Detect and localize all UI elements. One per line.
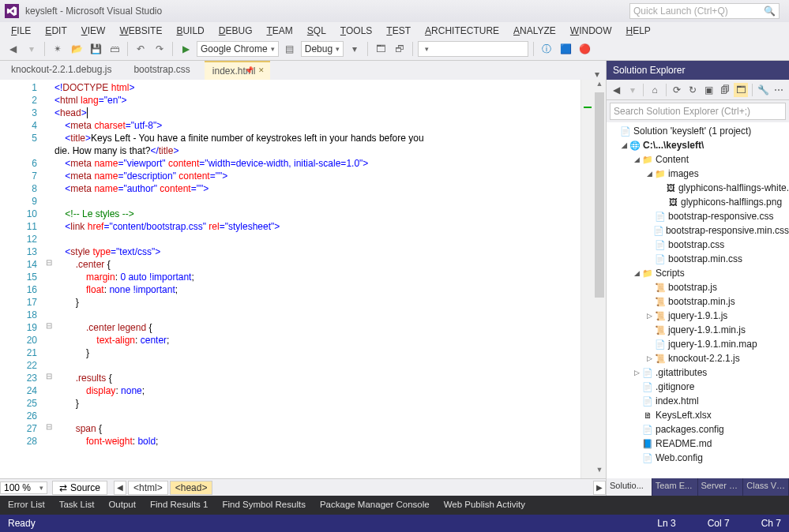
- side-tab[interactable]: Server E...: [698, 478, 744, 496]
- showall-icon[interactable]: 🗐: [718, 83, 731, 97]
- tool-window-tab[interactable]: Output: [103, 496, 141, 514]
- zoom-combo[interactable]: 100 %: [0, 481, 47, 494]
- menu-build[interactable]: BUILD: [170, 24, 210, 38]
- menu-sql[interactable]: SQL: [301, 24, 333, 38]
- menu-test[interactable]: TEST: [380, 24, 417, 38]
- open-button[interactable]: 📂: [69, 41, 85, 57]
- tree-node[interactable]: 🖼glyphicons-halflings.png: [607, 195, 789, 209]
- tool-window-tab[interactable]: Find Results 1: [145, 496, 213, 514]
- save-all-button[interactable]: 🗃: [107, 41, 122, 57]
- side-tab[interactable]: Solutio...: [607, 478, 652, 496]
- tree-node[interactable]: ◢📁images: [607, 167, 789, 181]
- back-icon[interactable]: ◀: [610, 83, 623, 97]
- start-debug-button[interactable]: ▶: [178, 41, 193, 57]
- tree-node[interactable]: 📄bootstrap.css: [607, 238, 789, 252]
- vertical-scrollbar[interactable]: ▲ ▼: [593, 80, 606, 478]
- tree-node[interactable]: 📜bootstrap.js: [607, 280, 789, 294]
- tool-window-tab[interactable]: Error List: [3, 496, 50, 514]
- tree-node[interactable]: 📄Solution 'keysleft' (1 project): [607, 124, 789, 138]
- tree-node[interactable]: ◢🌐C:\...\keysleft\: [607, 138, 789, 152]
- sync-icon[interactable]: ⟳: [671, 83, 684, 97]
- ext-b-button[interactable]: 🔴: [577, 41, 592, 57]
- tool-window-tab[interactable]: Package Manager Console: [315, 496, 434, 514]
- menu-view[interactable]: VIEW: [75, 24, 112, 38]
- scroll-thumb[interactable]: [593, 92, 606, 466]
- info-button[interactable]: ⓘ: [539, 41, 554, 57]
- menu-help[interactable]: HELP: [620, 24, 657, 38]
- menu-edit[interactable]: EDIT: [39, 24, 73, 38]
- menu-window[interactable]: WINDOW: [564, 24, 618, 38]
- code-view[interactable]: <!DOCTYPE html><html lang="en"><head> <m…: [54, 80, 580, 478]
- side-tab[interactable]: Class Vi...: [743, 478, 789, 496]
- tool-window-tab[interactable]: Task List: [54, 496, 100, 514]
- tree-node[interactable]: 📄index.html: [607, 394, 789, 408]
- menu-architecture[interactable]: ARCHITECTURE: [419, 24, 505, 38]
- config-combo[interactable]: Debug: [301, 41, 344, 57]
- tree-node[interactable]: 🗎KeysLeft.xlsx: [607, 408, 789, 422]
- nav-back-button[interactable]: ◀: [5, 41, 21, 57]
- browser-combo[interactable]: Google Chrome: [197, 41, 279, 57]
- misc-a-button[interactable]: 🗔: [373, 41, 389, 57]
- scroll-down-icon[interactable]: ▼: [593, 466, 606, 478]
- menu-website[interactable]: WEBSITE: [113, 24, 168, 38]
- new-project-button[interactable]: ✴: [50, 41, 66, 57]
- home-icon[interactable]: ⌂: [648, 83, 661, 97]
- side-tab[interactable]: Team E...: [652, 478, 698, 496]
- menu-tools[interactable]: TOOLS: [334, 24, 378, 38]
- preview-icon[interactable]: 🔧: [757, 83, 770, 97]
- find-combo[interactable]: [418, 41, 528, 57]
- menu-debug[interactable]: DEBUG: [212, 24, 259, 38]
- breadcrumb-html[interactable]: <html>: [128, 481, 168, 495]
- doc-tab[interactable]: knockout-2.2.1.debug.js: [3, 61, 126, 80]
- save-button[interactable]: 💾: [88, 41, 103, 57]
- tool-window-tab[interactable]: Find Symbol Results: [217, 496, 310, 514]
- tree-node[interactable]: ◢📁Content: [607, 152, 789, 167]
- collapse-icon[interactable]: ▣: [702, 83, 716, 97]
- menu-analyze[interactable]: ANALYZE: [507, 24, 562, 38]
- breadcrumb-head[interactable]: <head>: [170, 481, 213, 495]
- tree-node[interactable]: 📄bootstrap-responsive.min.css: [607, 223, 789, 238]
- tree-node[interactable]: 📘README.md: [607, 436, 789, 451]
- code-editor[interactable]: 1234567891011121314151617181920212223242…: [0, 80, 606, 478]
- tree-node[interactable]: 📄.gitignore: [607, 380, 789, 394]
- tool-window-tab[interactable]: Web Publish Activity: [439, 496, 530, 514]
- refresh-icon[interactable]: ↻: [686, 83, 700, 97]
- tree-node[interactable]: ▷📄.gitattributes: [607, 365, 789, 380]
- solution-explorer-search[interactable]: Search Solution Explorer (Ctrl+;): [610, 103, 786, 120]
- editor-footer: 100 % ⇄Source ◀ <html> <head> ▶: [0, 478, 606, 496]
- platform-button[interactable]: ▾: [347, 41, 363, 57]
- tree-node[interactable]: 📄Web.config: [607, 451, 789, 465]
- tree-node[interactable]: 📄packages.config: [607, 422, 789, 436]
- tree-node[interactable]: 📄bootstrap.min.css: [607, 252, 789, 266]
- breadcrumb-next-button[interactable]: ▶: [593, 481, 606, 495]
- more-icon[interactable]: ⋯: [772, 83, 786, 97]
- breadcrumb-prev-button[interactable]: ◀: [114, 481, 126, 495]
- tree-node[interactable]: ▷📜jquery-1.9.1.js: [607, 309, 789, 323]
- fwd-icon[interactable]: ▾: [626, 83, 639, 97]
- tabs-overflow-button[interactable]: ▾: [588, 69, 606, 80]
- nav-fwd-button[interactable]: ▾: [24, 41, 39, 57]
- prop-icon[interactable]: 🗔: [734, 83, 747, 97]
- redo-button[interactable]: ↷: [152, 41, 167, 57]
- tree-node[interactable]: 📄jquery-1.9.1.min.map: [607, 337, 789, 351]
- doc-tab[interactable]: bootstrap.css: [126, 61, 204, 80]
- tree-node[interactable]: 📄bootstrap-responsive.css: [607, 209, 789, 223]
- source-view-button[interactable]: ⇄Source: [52, 481, 107, 495]
- browser-list-button[interactable]: ▤: [282, 41, 298, 57]
- tree-node[interactable]: 📜bootstrap.min.js: [607, 294, 789, 309]
- ext-a-button[interactable]: 🟦: [558, 41, 573, 57]
- tree-node[interactable]: 🖼glyphicons-halflings-white.: [607, 181, 789, 195]
- tree-node[interactable]: ▷📜knockout-2.2.1.js: [607, 351, 789, 365]
- quick-launch-input[interactable]: Quick Launch (Ctrl+Q) 🔍: [629, 3, 780, 19]
- tree-node[interactable]: ◢📁Scripts: [607, 266, 789, 280]
- overview-ruler[interactable]: [580, 80, 593, 478]
- fold-gutter[interactable]: ⊟⊟⊟⊟: [43, 80, 54, 478]
- misc-b-button[interactable]: 🗗: [392, 41, 408, 57]
- undo-button[interactable]: ↶: [133, 41, 148, 57]
- solution-tree[interactable]: 📄Solution 'keysleft' (1 project)◢🌐C:\...…: [607, 122, 789, 478]
- tree-node[interactable]: 📜jquery-1.9.1.min.js: [607, 323, 789, 337]
- menu-team[interactable]: TEAM: [260, 24, 299, 38]
- menu-file[interactable]: FILE: [5, 24, 37, 38]
- doc-tab[interactable]: index.html: [205, 61, 270, 80]
- scroll-up-icon[interactable]: ▲: [593, 80, 606, 92]
